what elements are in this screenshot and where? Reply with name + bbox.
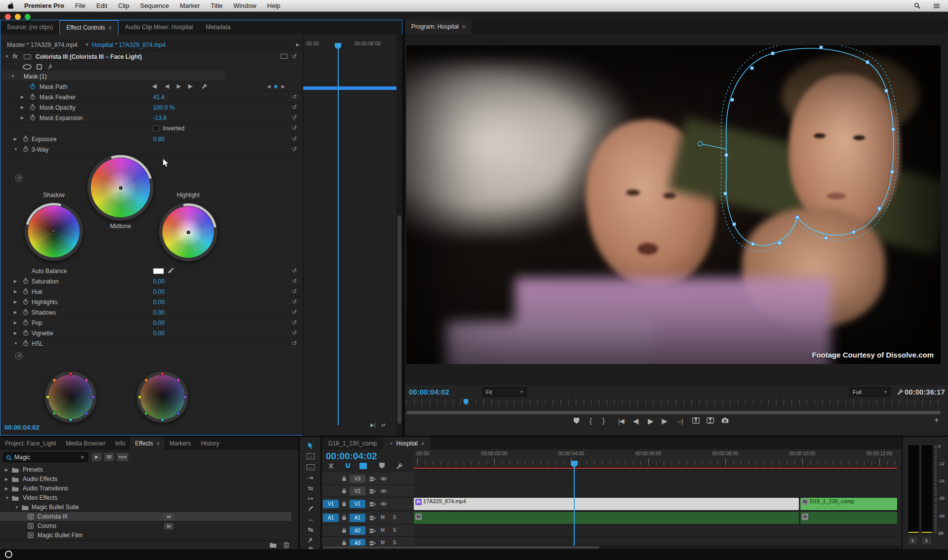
param-value[interactable]: 41.4: [153, 94, 164, 101]
param-value[interactable]: -13.6: [153, 115, 166, 121]
reset-icon[interactable]: ↺: [292, 267, 297, 274]
lock-icon[interactable]: [342, 540, 347, 546]
stopwatch-icon[interactable]: [23, 278, 29, 284]
audio-clip-17a329[interactable]: fx: [414, 512, 799, 524]
hsl-dot[interactable]: [85, 412, 88, 415]
ec-play-icon[interactable]: ▶|: [370, 422, 375, 428]
reset-effect-icon[interactable]: ↺: [292, 53, 297, 60]
mute-button[interactable]: M: [379, 514, 386, 521]
program-timecode[interactable]: 00:00:04:02: [409, 388, 449, 396]
stopwatch-icon[interactable]: [30, 104, 36, 110]
track-badge-v3[interactable]: V3: [350, 475, 365, 483]
twirl-closed-icon[interactable]: ▶: [14, 331, 17, 335]
lock-icon[interactable]: [342, 527, 347, 533]
prev-keyframe-icon[interactable]: ◀: [267, 84, 271, 89]
lock-icon[interactable]: [342, 476, 347, 481]
pen-tool[interactable]: [300, 535, 321, 545]
reset-icon[interactable]: ↺: [292, 319, 297, 326]
track-lane-v2[interactable]: [414, 485, 902, 497]
rect-mask-icon[interactable]: [37, 64, 42, 70]
pen-mask-icon[interactable]: [47, 64, 54, 70]
twirl-open-icon[interactable]: ▼: [11, 74, 15, 79]
highlight-wheel[interactable]: [159, 203, 217, 261]
track-mask-back-one-icon[interactable]: ◀|: [152, 83, 157, 89]
twirl-closed-icon[interactable]: ▶: [21, 95, 24, 99]
tree-item-video-effects[interactable]: ▼ Video Effects: [0, 493, 291, 503]
hsl-dot[interactable]: [53, 412, 56, 415]
track-badge-v2[interactable]: V2: [350, 487, 365, 495]
play-button[interactable]: ▶: [648, 417, 653, 426]
go-to-out-button[interactable]: →|: [675, 417, 682, 425]
ripple-edit-tool[interactable]: ⇥: [300, 473, 321, 483]
mask-group-row[interactable]: ▼ Mask (1): [1, 71, 226, 81]
stopwatch-icon[interactable]: [23, 330, 29, 336]
track-select-backward-tool[interactable]: ←: [300, 462, 321, 472]
lock-icon[interactable]: [342, 515, 347, 520]
panel-menu-icon[interactable]: ≡: [421, 440, 424, 446]
menu-clip[interactable]: Clip: [118, 2, 129, 9]
tab-source[interactable]: Source: (no clips): [0, 20, 59, 34]
mask-path-inner[interactable]: [726, 48, 893, 245]
reset-icon[interactable]: ↺: [292, 278, 297, 284]
param-value[interactable]: 0.00: [153, 330, 164, 337]
delete-icon[interactable]: [283, 542, 289, 548]
twirl-closed-icon[interactable]: ▶: [14, 289, 17, 294]
mask-handle[interactable]: [751, 242, 754, 245]
tree-item-colorista[interactable]: Colorista III 32: [0, 512, 291, 521]
mask-handle[interactable]: [771, 52, 774, 55]
audio-clip-d18[interactable]: fx: [800, 512, 897, 524]
mask-handle[interactable]: [878, 207, 881, 210]
lock-icon[interactable]: [342, 488, 347, 494]
track-header-a2[interactable]: A2 M S: [322, 524, 414, 537]
tab-effects[interactable]: Effects≡: [130, 437, 164, 450]
menu-help[interactable]: Help: [267, 2, 280, 9]
zoom-window-button[interactable]: [25, 14, 31, 20]
tab-project[interactable]: Project: Face_Light: [0, 437, 61, 450]
effect-title-row[interactable]: ▼ fx Colorista III (Colorista III – Face…: [1, 51, 302, 62]
twirl-closed-icon[interactable]: ▶: [14, 300, 17, 304]
hsl-wheel-1[interactable]: [45, 371, 96, 423]
hsl-dot[interactable]: [46, 396, 49, 399]
tab-media-browser[interactable]: Media Browser: [61, 437, 110, 450]
timeline-settings-wrench-icon[interactable]: [396, 463, 403, 470]
tab-info[interactable]: Info: [110, 437, 130, 450]
param-value[interactable]: 0.00: [153, 278, 164, 285]
menu-file[interactable]: File: [75, 2, 85, 9]
param-value[interactable]: 0.00: [153, 288, 164, 295]
twirl-open-icon[interactable]: ▼: [14, 147, 18, 152]
accelerated-effects-filter-icon[interactable]: ▶: [92, 453, 102, 461]
reset-icon[interactable]: ↺: [292, 329, 297, 336]
notification-center-icon[interactable]: [933, 3, 940, 9]
param-value[interactable]: 100.0 %: [153, 104, 175, 111]
track-header-v3[interactable]: V3: [322, 473, 414, 485]
tab-audio-clip-mixer[interactable]: Audio Clip Mixer: Hospital: [118, 20, 199, 34]
reset-icon[interactable]: ↺: [292, 135, 297, 142]
sequence-clip-tab[interactable]: Hospital * 17A329_874.mp4: [92, 41, 165, 48]
timeline-hscrollbar[interactable]: [322, 546, 902, 549]
hsl-dot[interactable]: [92, 396, 95, 399]
track-badge-v1[interactable]: V1: [350, 500, 365, 508]
ec-keyframe-timeline[interactable]: :00:00 00:00:08:00 ▶| ⇄: [303, 34, 396, 436]
sync-lock-icon[interactable]: [369, 541, 376, 546]
ec-timecode[interactable]: 00:00:04:02: [4, 424, 40, 431]
step-forward-button[interactable]: |▶: [661, 417, 667, 425]
param-value[interactable]: 0.00: [153, 320, 164, 326]
sync-lock-icon[interactable]: [369, 516, 376, 520]
nest-toggle-icon[interactable]: [328, 463, 334, 469]
timeline-hscrollbar-thumb[interactable]: [323, 546, 599, 549]
clear-search-icon[interactable]: ×: [80, 453, 84, 461]
stopwatch-icon[interactable]: [23, 146, 29, 152]
tab-program[interactable]: Program: Hospital≡: [405, 20, 472, 34]
ec-pan-icon[interactable]: ⇄: [381, 422, 385, 428]
hsl-dot[interactable]: [69, 418, 72, 421]
stopwatch-icon[interactable]: [23, 299, 29, 305]
hsl-dot[interactable]: [69, 372, 72, 375]
twirl-open-icon[interactable]: ▼: [5, 54, 9, 59]
eye-icon[interactable]: [380, 477, 387, 481]
track-header-v1[interactable]: V1 V1: [322, 497, 414, 511]
mask-track-options-icon[interactable]: [201, 83, 207, 89]
rate-stretch-tool[interactable]: ↦: [300, 493, 321, 504]
param-value[interactable]: 0.00: [153, 309, 164, 316]
track-header-v2[interactable]: V2: [322, 485, 414, 497]
tab-effect-controls[interactable]: Effect Controls≡: [59, 20, 118, 34]
